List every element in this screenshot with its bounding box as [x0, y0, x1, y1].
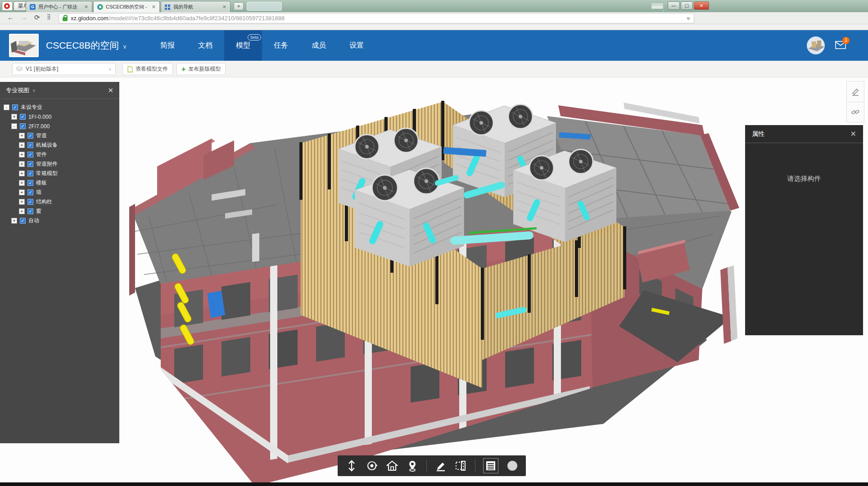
component-list-button[interactable]	[483, 458, 498, 473]
tree-row[interactable]: +✓自动	[0, 216, 119, 225]
publish-model-button[interactable]: + 发布新版模型	[176, 63, 226, 75]
browser-hamburger-icon[interactable]: ▾	[651, 3, 663, 10]
visibility-checkbox[interactable]: ✓	[27, 133, 33, 139]
nav-item-4[interactable]: 成员	[300, 30, 338, 61]
nav-item-1[interactable]: 文档	[186, 30, 224, 61]
tab-close-icon[interactable]: ✕	[152, 4, 156, 10]
visibility-checkbox[interactable]: ✓	[20, 114, 26, 120]
properties-title: 属性	[752, 130, 764, 138]
expand-icon[interactable]: +	[19, 152, 25, 158]
back-icon[interactable]: ←	[7, 14, 14, 21]
orbit-button[interactable]	[366, 459, 378, 472]
markup-edit-button[interactable]	[847, 81, 864, 102]
visibility-checkbox[interactable]: ✓	[27, 152, 33, 158]
expand-icon[interactable]: +	[19, 199, 25, 205]
window-maximize-button[interactable]: ▢	[681, 1, 693, 10]
main-nav: 简报文档模型beta任务成员设置	[149, 30, 375, 61]
fit-view-button[interactable]	[345, 459, 358, 472]
beta-badge: beta	[248, 34, 261, 40]
viewer-toolbar	[338, 455, 526, 476]
expand-icon[interactable]: +	[19, 142, 25, 148]
glodon-favicon: G	[30, 4, 36, 10]
url-field[interactable]: xz.glodon.com/model/#!/e73c8c46c9bb4d60a…	[59, 13, 694, 23]
browser-tab[interactable]: G用户中心 - 广联达✕	[26, 1, 92, 12]
apps-grid-icon[interactable]: ⣿	[47, 14, 51, 20]
browser-chrome: 菜单 G用户中心 - 广联达✕CSCEC8B的空间 - 协筑✕我的导航✕ + ▾…	[0, 0, 868, 30]
expand-icon[interactable]: +	[19, 133, 25, 139]
nav-item-0[interactable]: 简报	[149, 30, 186, 61]
visibility-checkbox[interactable]: ✓	[27, 189, 33, 195]
tree-label: 墙	[36, 189, 41, 196]
expand-icon[interactable]: +	[11, 114, 17, 120]
visibility-checkbox[interactable]: ✓	[20, 123, 26, 129]
close-icon[interactable]: ✕	[108, 86, 113, 94]
expand-icon[interactable]: +	[19, 189, 25, 195]
tree-row[interactable]: +✓机械设备	[0, 140, 119, 150]
tree-row[interactable]: +✓常规模型	[0, 169, 119, 178]
collapse-icon[interactable]: -	[4, 104, 9, 110]
view-model-files-button[interactable]: 查看模型文件	[122, 63, 173, 75]
visibility-checkbox[interactable]: ✓	[27, 142, 33, 148]
project-thumbnail[interactable]	[9, 34, 39, 57]
tab-close-icon[interactable]: ✕	[222, 4, 226, 10]
render-mode-button[interactable]	[506, 459, 519, 472]
visibility-checkbox[interactable]: ✓	[27, 180, 33, 186]
tree-label: 机械设备	[36, 141, 58, 149]
tree-row[interactable]: -✓2F/7.000	[0, 122, 119, 131]
expand-icon[interactable]: +	[19, 171, 25, 176]
chevron-down-icon[interactable]: ∨	[32, 88, 36, 93]
new-tab-button[interactable]: +	[234, 2, 244, 10]
window-minimize-button[interactable]: —	[668, 1, 680, 10]
expand-icon[interactable]: +	[11, 218, 17, 224]
visibility-checkbox[interactable]: ✓	[27, 161, 33, 167]
visibility-checkbox[interactable]: ✓	[27, 208, 33, 214]
tree-row[interactable]: +✓墙	[0, 188, 119, 197]
tree-row[interactable]: -✓未设专业	[0, 103, 119, 112]
nav-item-2[interactable]: 模型beta	[224, 30, 262, 61]
browser-tab-bar: 菜单 G用户中心 - 广联达✕CSCEC8B的空间 - 协筑✕我的导航✕ + ▾…	[0, 0, 868, 12]
tree-label: 1F/-0.000	[28, 114, 51, 120]
tab-close-icon[interactable]: ✕	[84, 4, 88, 10]
model-tree: -✓未设专业+✓1F/-0.000-✓2F/7.000+✓管道+✓机械设备+✓管…	[0, 99, 119, 225]
padlock-icon	[63, 17, 68, 21]
tree-row[interactable]: +✓结构柱	[0, 197, 119, 207]
visibility-checkbox[interactable]: ✓	[20, 218, 26, 224]
expand-icon[interactable]: +	[19, 180, 25, 186]
version-select[interactable]: V1 [初始版本] ∨	[12, 63, 116, 75]
tree-row[interactable]: +✓窗	[0, 207, 119, 216]
collapse-icon[interactable]: -	[11, 123, 17, 129]
workspace-title[interactable]: CSCEC8B的空间∨	[46, 39, 127, 52]
share-link-button[interactable]	[847, 102, 864, 122]
visibility-checkbox[interactable]: ✓	[12, 104, 18, 110]
fit-view-icon	[347, 460, 357, 472]
browser-tab[interactable]: 我的导航✕	[161, 1, 231, 12]
properties-panel: 属性 ✕ 请选择构件	[745, 125, 863, 335]
markup-button[interactable]	[434, 459, 447, 472]
visibility-checkbox[interactable]: ✓	[27, 199, 33, 205]
avatar[interactable]	[807, 36, 825, 54]
close-icon[interactable]: ✕	[850, 130, 856, 138]
tree-row[interactable]: +✓楼板	[0, 178, 119, 188]
browser-logo-icon[interactable]	[2, 1, 13, 11]
home-view-button[interactable]	[386, 459, 398, 472]
model-viewport[interactable]	[0, 77, 868, 486]
walkthrough-button[interactable]	[406, 459, 419, 472]
nav-item-5[interactable]: 设置	[338, 30, 375, 61]
refresh-icon[interactable]: ⟳	[34, 14, 40, 22]
tree-row[interactable]: +✓管道	[0, 131, 119, 140]
nav-label: 成员	[312, 41, 326, 50]
tree-row[interactable]: +✓管件	[0, 150, 119, 159]
expand-icon[interactable]: +	[19, 161, 25, 167]
expand-icon[interactable]: +	[19, 208, 25, 214]
mail-button[interactable]: 3	[835, 41, 847, 50]
window-close-button[interactable]: ✕	[694, 1, 709, 10]
browser-tab[interactable]: CSCEC8B的空间 - 协筑✕	[93, 1, 160, 12]
forward-icon[interactable]: →	[21, 14, 27, 21]
nav-item-3[interactable]: 任务	[262, 30, 300, 61]
section-button[interactable]	[455, 459, 467, 472]
visibility-checkbox[interactable]: ✓	[27, 171, 33, 176]
tree-row[interactable]: +✓管道附件	[0, 159, 119, 169]
ghost-tab[interactable]	[247, 2, 282, 11]
bookmark-heart-icon[interactable]: ♥	[687, 15, 690, 22]
tree-row[interactable]: +✓1F/-0.000	[0, 112, 119, 122]
